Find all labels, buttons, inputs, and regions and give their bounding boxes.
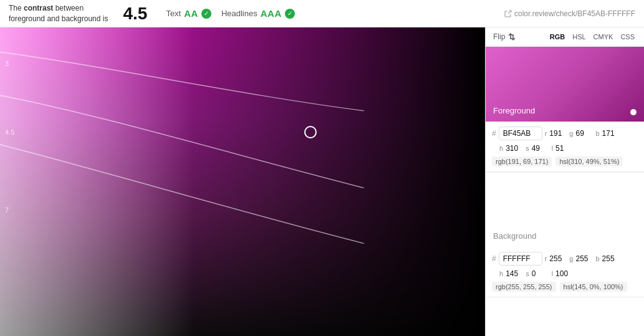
bg-g-val: 255 — [575, 254, 593, 263]
gradient-canvas-area[interactable]: 3 4.5 7 — [0, 27, 485, 336]
url-link[interactable]: color.review/check/BF45AB-FFFFFF — [504, 9, 635, 18]
foreground-hex-row: # r 191 g 69 b 171 — [492, 127, 638, 140]
bg-r-val: 255 — [549, 254, 567, 263]
background-hsl-row: h 145 s 0 l 100 — [492, 269, 638, 278]
bg-hsl-formula: hsl(145, 0%, 100%) — [560, 282, 627, 292]
background-hex-row: # r 255 g 255 b 255 — [492, 252, 638, 266]
tab-css[interactable]: CSS — [618, 32, 637, 41]
bg-l-val: 100 — [555, 269, 573, 278]
bg-h-label: h — [499, 270, 503, 277]
fg-hsl-formula: hsl(310, 49%, 51%) — [555, 156, 623, 166]
background-inputs: # r 255 g 255 b 255 h 145 s 0 l 100 — [486, 247, 644, 297]
foreground-swatch[interactable]: Foreground — [486, 47, 644, 122]
flip-icon — [507, 32, 516, 41]
background-label: Background — [493, 231, 536, 241]
topbar: The contrast betweenforeground and backg… — [0, 0, 644, 27]
format-tabs: RGB HSL CMYK CSS — [548, 32, 637, 41]
foreground-hex-input[interactable] — [499, 127, 542, 140]
foreground-formula-row: rgb(191, 69, 171) hsl(310, 49%, 51%) — [492, 156, 638, 166]
aaa-check-icon: ✓ — [285, 9, 295, 19]
fg-l-val: 51 — [555, 144, 573, 153]
bg-g-label: g — [569, 255, 573, 262]
bg-l-label: l — [552, 270, 553, 277]
contrast-value: 4.5 — [123, 4, 147, 24]
foreground-inputs: # r 191 g 69 b 171 h 310 s 49 l 51 — [486, 122, 644, 172]
fg-s-label: s — [526, 145, 529, 152]
fg-rgb-formula: rgb(191, 69, 171) — [492, 156, 552, 166]
text-label: Text — [166, 9, 181, 18]
bg-r-label: r — [545, 255, 547, 262]
fg-channels: r 191 g 69 b 171 — [545, 129, 620, 138]
bg-h-val: 145 — [506, 269, 523, 278]
gradient-canvas[interactable] — [0, 27, 485, 336]
aaa-badge: AAA — [261, 8, 282, 19]
foreground-label: Foreground — [493, 106, 535, 115]
background-hex-input[interactable] — [499, 252, 542, 266]
fg-s-val: 49 — [532, 144, 549, 153]
bg-b-val: 255 — [602, 254, 620, 263]
foreground-hsl-row: h 310 s 49 l 51 — [492, 144, 638, 153]
tab-rgb[interactable]: RGB — [548, 32, 567, 41]
badge-group: Text AA ✓ Headlines AAA ✓ — [166, 8, 294, 19]
fg-b-val: 171 — [602, 129, 620, 138]
fg-g-label: g — [569, 130, 573, 137]
fg-hex-sign: # — [492, 129, 496, 138]
url-text: color.review/check/BF45AB-FFFFFF — [514, 9, 635, 18]
right-panel: Flip RGB HSL CMYK CSS Foreground # — [485, 27, 644, 336]
text-badge: Text AA ✓ — [166, 8, 211, 19]
panel-topbar: Flip RGB HSL CMYK CSS — [486, 27, 644, 47]
bg-channels: r 255 g 255 b 255 — [545, 254, 620, 263]
fg-r-label: r — [545, 130, 547, 137]
bg-s-label: s — [526, 270, 529, 277]
fg-h-label: h — [499, 145, 503, 152]
flip-label: Flip — [493, 32, 505, 41]
aa-badge: AA — [184, 8, 198, 19]
fg-r-val: 191 — [549, 129, 567, 138]
headlines-badge: Headlines AAA ✓ — [221, 8, 295, 19]
label-3: 3 — [5, 59, 9, 68]
main-area: 3 4.5 7 Flip RGB HSL CMYK CSS — [0, 27, 644, 336]
bg-rgb-formula: rgb(255, 255, 255) — [492, 282, 556, 292]
background-swatch[interactable]: Background — [486, 172, 644, 247]
bg-b-label: b — [595, 255, 599, 262]
background-formula-row: rgb(255, 255, 255) hsl(145, 0%, 100%) — [492, 282, 638, 292]
tab-cmyk[interactable]: CMYK — [592, 32, 615, 41]
link-icon — [504, 10, 512, 17]
label-4-5: 4.5 — [5, 127, 14, 137]
headlines-label: Headlines — [221, 9, 257, 18]
contrast-description: The contrast betweenforeground and backg… — [9, 3, 108, 24]
bg-s-val: 0 — [532, 269, 549, 278]
fg-b-label: b — [595, 130, 599, 137]
tab-hsl[interactable]: HSL — [570, 32, 587, 41]
aa-check-icon: ✓ — [201, 9, 211, 19]
fg-h-val: 310 — [506, 144, 523, 153]
fg-l-label: l — [552, 145, 553, 152]
bg-hex-sign: # — [492, 254, 496, 263]
label-7: 7 — [5, 205, 9, 214]
flip-button[interactable]: Flip — [493, 32, 516, 41]
fg-g-val: 69 — [575, 129, 593, 138]
foreground-dot — [630, 109, 637, 115]
